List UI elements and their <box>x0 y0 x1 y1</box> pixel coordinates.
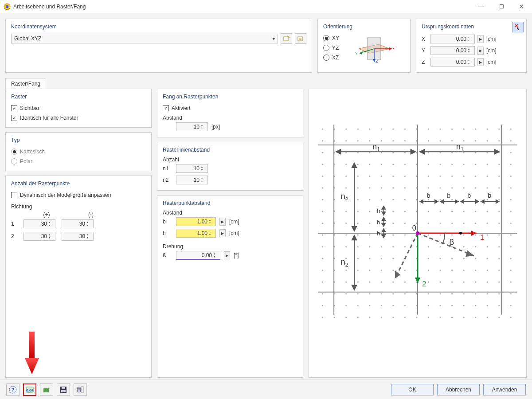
spinner-icon[interactable]: ▴▾ <box>87 220 92 227</box>
minimize-button[interactable]: — <box>471 0 491 13</box>
tab-strip: Raster/Fang <box>5 78 527 89</box>
units-button[interactable]: 0.00 <box>23 383 36 396</box>
spinner-icon[interactable]: ▴▾ <box>49 233 54 240</box>
svg-point-227 <box>357 270 359 271</box>
origin-y-input[interactable]: 0.00 ▴▾ <box>430 46 475 55</box>
svg-point-185 <box>463 234 464 235</box>
svg-point-172 <box>510 223 512 224</box>
chevron-down-icon: ▾ <box>273 36 275 41</box>
punkt-h-input[interactable]: 1.00 ▴▾ <box>176 229 216 238</box>
linien-n1-input[interactable]: 10 ▴▾ <box>176 164 208 173</box>
svg-marker-10 <box>389 47 392 50</box>
origin-x-stepper[interactable]: ▶ <box>477 35 484 43</box>
edit-coord-system-button[interactable] <box>295 33 306 44</box>
svg-point-202 <box>463 246 464 247</box>
svg-point-177 <box>369 234 370 235</box>
title-bar: Arbeitsebene und Raster/Fang — ☐ ✕ <box>0 0 532 13</box>
svg-point-156 <box>322 223 323 224</box>
maximize-button[interactable]: ☐ <box>491 0 512 13</box>
origin-z-stepper[interactable]: ▶ <box>477 58 484 66</box>
svg-point-203 <box>475 246 476 247</box>
svg-point-234 <box>439 270 441 271</box>
tab-rasterfang[interactable]: Raster/Fang <box>5 78 46 89</box>
svg-point-224 <box>322 270 323 271</box>
spinner-icon[interactable]: ▴▾ <box>468 47 473 54</box>
svg-point-296 <box>369 317 370 318</box>
new-coord-system-button[interactable] <box>281 33 292 44</box>
close-button[interactable]: ✕ <box>512 0 532 13</box>
cancel-button[interactable]: Abbrechen <box>437 384 480 395</box>
svg-point-118 <box>475 187 476 188</box>
origin-x-input[interactable]: 0.00 ▴▾ <box>430 35 475 43</box>
spinner-icon[interactable]: ▴▾ <box>49 220 54 227</box>
spinner-icon[interactable]: ▴▾ <box>468 59 473 66</box>
import-button[interactable] <box>40 383 53 396</box>
orient-xy-radio[interactable]: XY <box>323 33 339 43</box>
svg-point-254 <box>475 282 476 283</box>
svg-point-282 <box>404 305 406 306</box>
dir2-minus-input[interactable]: 30 ▴▾ <box>62 232 94 241</box>
orient-xz-radio[interactable]: XZ <box>323 53 339 63</box>
settings-button[interactable] <box>74 383 87 396</box>
raster-identical-checkbox[interactable]: Identisch für alle Fenster <box>11 113 146 123</box>
ok-button[interactable]: OK <box>391 384 434 395</box>
spinner-icon[interactable]: ▴▾ <box>468 35 473 43</box>
svg-point-263 <box>381 293 382 294</box>
svg-point-304 <box>463 317 464 318</box>
punkt-b-input[interactable]: 1.00 ▴▾ <box>176 217 216 226</box>
raster-visible-checkbox[interactable]: Sichtbar <box>11 103 146 113</box>
save-button[interactable] <box>57 383 70 396</box>
svg-point-49 <box>463 140 464 141</box>
apply-button[interactable]: Anwenden <box>483 384 526 395</box>
punkt-h-stepper[interactable]: ▶ <box>219 229 226 237</box>
svg-text:n1: n1 <box>372 142 380 153</box>
svg-point-184 <box>451 234 453 235</box>
svg-point-25 <box>381 129 382 130</box>
checkbox-icon <box>11 105 17 111</box>
fang-enabled-checkbox[interactable]: Aktiviert <box>163 103 297 113</box>
spinner-icon[interactable]: ▴▾ <box>87 233 92 240</box>
svg-point-190 <box>322 246 323 247</box>
punkt-beta-stepper[interactable]: ▶ <box>224 251 230 259</box>
svg-point-240 <box>510 270 512 271</box>
orient-yz-radio[interactable]: YZ <box>323 43 339 53</box>
svg-point-40 <box>357 140 359 141</box>
svg-point-129 <box>404 199 406 200</box>
svg-text:b: b <box>447 192 450 199</box>
svg-point-110 <box>381 187 382 188</box>
spinner-icon[interactable]: ▴▾ <box>201 176 207 184</box>
svg-point-165 <box>428 223 429 224</box>
svg-marker-339 <box>476 200 479 203</box>
fang-abstand-input[interactable]: 10 ▴▾ <box>176 122 208 131</box>
dir2-plus-input[interactable]: 30 ▴▾ <box>23 232 55 241</box>
grid-diagram: n1 n1 n2 n2 <box>309 89 527 378</box>
spinner-icon[interactable]: ▴▾ <box>209 230 215 237</box>
dir1-plus-input[interactable]: 30 ▴▾ <box>23 219 55 228</box>
dir1-minus-input[interactable]: 30 ▴▾ <box>62 219 94 228</box>
anzahl-dynamic-checkbox[interactable]: Dynamisch der Modellgröße anpassen <box>11 190 146 200</box>
radio-icon <box>323 45 329 51</box>
spinner-icon[interactable]: ▴▾ <box>214 252 219 258</box>
anzahl-panel: Anzahl der Rasterpunkte Dynamisch der Mo… <box>5 176 152 378</box>
pick-origin-button[interactable] <box>512 22 524 32</box>
svg-point-250 <box>428 282 429 283</box>
punkt-beta-input[interactable]: 0.00 ▴▾ <box>176 251 220 260</box>
svg-point-221 <box>487 258 488 259</box>
spinner-icon[interactable]: ▴▾ <box>201 123 207 130</box>
checkbox-icon <box>163 105 169 111</box>
spinner-icon[interactable]: ▴▾ <box>201 165 207 172</box>
svg-point-291 <box>510 305 512 306</box>
linien-n2-input[interactable]: 10 ▴▾ <box>176 176 208 184</box>
origin-y-stepper[interactable]: ▶ <box>477 47 484 55</box>
svg-marker-332 <box>420 200 423 203</box>
help-button[interactable]: ? <box>6 383 20 396</box>
spinner-icon[interactable]: ▴▾ <box>209 218 215 225</box>
svg-point-247 <box>392 282 394 283</box>
svg-point-241 <box>322 282 323 283</box>
origin-z-input[interactable]: 0.00 ▴▾ <box>430 58 475 66</box>
svg-point-145 <box>392 211 394 212</box>
punkt-b-stepper[interactable]: ▶ <box>219 218 226 226</box>
svg-point-24 <box>369 129 370 130</box>
coord-system-dropdown[interactable]: Global XYZ ▾ <box>11 34 278 43</box>
dir-minus-header: (-) <box>73 211 109 218</box>
